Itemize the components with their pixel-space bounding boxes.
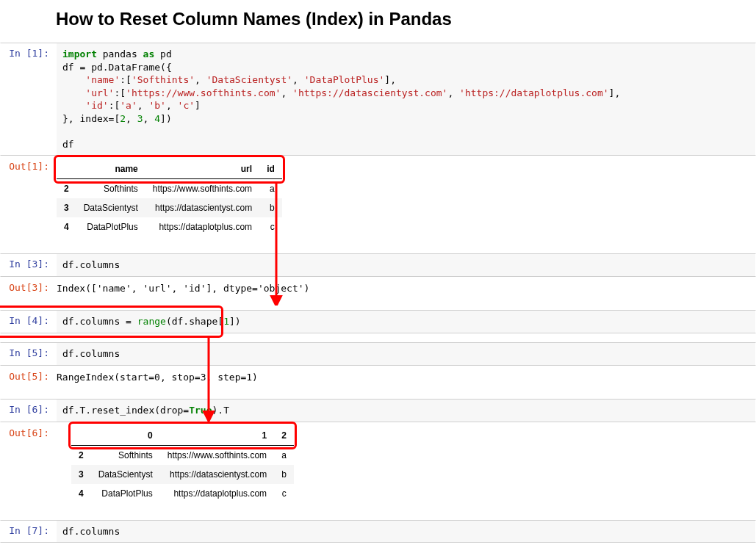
prompt-out-5: Out[5]: xyxy=(1,366,57,382)
code-input-1[interactable]: import pandas as pd df = pd.DataFrame({ … xyxy=(57,43,755,155)
table-cell: b xyxy=(259,198,282,217)
code-cell-6[interactable]: In [6]: df.T.reset_index(drop=True).T xyxy=(0,399,756,422)
prompt-in-5: In [5]: xyxy=(1,343,57,358)
table-cell: Softhints xyxy=(76,179,145,199)
table-cell: https://www.softhints.com xyxy=(145,179,259,199)
row-index: 3 xyxy=(71,465,91,484)
output-cell-1: Out[1]: nameurlid2Softhintshttps://www.s… xyxy=(0,156,756,245)
code-cell-3[interactable]: In [3]: df.columns xyxy=(0,253,756,277)
table-cell: b xyxy=(274,465,294,484)
code-cell-7[interactable]: In [7]: df.columns xyxy=(0,520,756,543)
table-row: 3DataScientysthttps://datascientyst.comb xyxy=(71,465,294,484)
table-cell: https://dataplotplus.com xyxy=(160,484,274,503)
prompt-in-7: In [7]: xyxy=(1,521,57,536)
table-cell: https://datascientyst.com xyxy=(160,465,274,484)
code-input-7[interactable]: df.columns xyxy=(57,521,755,543)
code-cell-5[interactable]: In [5]: df.columns xyxy=(0,342,756,366)
table-header: url xyxy=(145,159,259,179)
dataframe-output-1: nameurlid2Softhintshttps://www.softhints… xyxy=(57,159,282,236)
table-cell: DataPlotPlus xyxy=(76,217,145,236)
output-cell-3: Out[3]: Index(['name', 'url', 'id'], dty… xyxy=(0,277,756,302)
table-cell: https://www.softhints.com xyxy=(160,445,274,465)
table-row: 4DataPlotPlushttps://dataplotplus.comc xyxy=(71,484,294,503)
table-header: id xyxy=(259,159,282,179)
table-cell: a xyxy=(274,445,294,465)
table-row: 2Softhintshttps://www.softhints.coma xyxy=(71,445,294,465)
table-cell: DataPlotPlus xyxy=(91,484,160,503)
row-index: 2 xyxy=(57,179,76,199)
prompt-in-3: In [3]: xyxy=(1,254,57,270)
table-row: 4DataPlotPlushttps://dataplotplus.comc xyxy=(57,217,282,236)
code-input-5[interactable]: df.columns xyxy=(57,343,755,365)
table-row: 3DataScientysthttps://datascientyst.comb xyxy=(57,198,282,217)
row-index: 2 xyxy=(71,445,91,465)
prompt-in-4: In [4]: xyxy=(1,311,57,326)
table-cell: DataScientyst xyxy=(76,198,145,217)
row-index: 4 xyxy=(71,484,91,503)
table-header: 1 xyxy=(160,426,274,446)
text-output-3: Index(['name', 'url', 'id'], dtype='obje… xyxy=(57,278,755,301)
code-cell-4[interactable]: In [4]: df.columns = range(df.shape[1]) xyxy=(0,310,756,333)
table-header xyxy=(57,159,76,179)
prompt-out-3: Out[3]: xyxy=(1,278,57,293)
table-header: 0 xyxy=(91,426,160,446)
table-header: 2 xyxy=(274,426,294,446)
table-cell: c xyxy=(274,484,294,503)
code-input-6[interactable]: df.T.reset_index(drop=True).T xyxy=(57,400,755,422)
code-input-4[interactable]: df.columns = range(df.shape[1]) xyxy=(57,311,755,333)
prompt-in-6: In [6]: xyxy=(1,400,57,415)
dataframe-output-6: 0122Softhintshttps://www.softhints.coma3… xyxy=(71,426,294,503)
table-cell: https://datascientyst.com xyxy=(145,198,259,217)
table-cell: Softhints xyxy=(91,445,160,465)
table-row: 2Softhintshttps://www.softhints.coma xyxy=(57,179,282,199)
row-index: 3 xyxy=(57,198,76,217)
text-output-5: RangeIndex(start=0, stop=3, step=1) xyxy=(57,366,755,390)
code-input-3[interactable]: df.columns xyxy=(57,254,755,276)
page-title: How to Reset Column Names (Index) in Pan… xyxy=(56,9,756,29)
code-cell-1[interactable]: In [1]: import pandas as pd df = pd.Data… xyxy=(0,43,756,156)
table-header xyxy=(71,426,91,446)
row-index: 4 xyxy=(57,217,76,236)
table-cell: c xyxy=(259,217,282,236)
table-cell: a xyxy=(259,179,282,199)
prompt-out-1: Out[1]: xyxy=(1,156,57,172)
output-cell-6: Out[6]: 0122Softhintshttps://www.softhin… xyxy=(0,422,756,511)
output-cell-5: Out[5]: RangeIndex(start=0, stop=3, step… xyxy=(0,366,756,391)
table-header: name xyxy=(76,159,145,179)
prompt-out-6: Out[6]: xyxy=(1,423,57,438)
table-cell: https://dataplotplus.com xyxy=(145,217,259,236)
table-cell: DataScientyst xyxy=(91,465,160,484)
prompt-in-1: In [1]: xyxy=(1,43,57,59)
